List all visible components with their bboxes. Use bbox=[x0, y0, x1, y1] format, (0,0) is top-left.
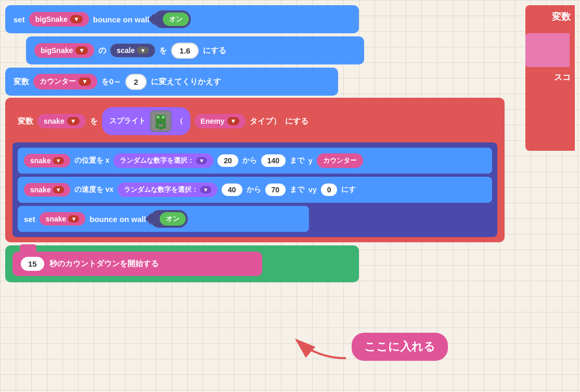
bigsnake-btn[interactable]: bigSnake ▼ bbox=[29, 12, 89, 27]
to-val-spd[interactable]: 70 bbox=[265, 184, 286, 196]
svg-rect-6 bbox=[163, 123, 166, 128]
snake-speed-dropdown[interactable]: ▼ bbox=[53, 186, 64, 193]
position-row: snake ▼ の位置を x ランダムな数字を選択： ▼ 20 から 140 ま… bbox=[18, 148, 492, 174]
green-outer-block: 15 秒のカウントダウンを開始する bbox=[5, 245, 359, 282]
snake-speed-btn[interactable]: snake ▼ bbox=[24, 183, 70, 197]
made-pos: まで bbox=[290, 156, 304, 165]
no-ichi-x: の位置を x bbox=[74, 156, 110, 165]
bigsnake-dropdown[interactable]: ▼ bbox=[70, 15, 83, 23]
arrow-annotation: ここに入れる bbox=[265, 330, 448, 363]
nisu-text: にす bbox=[341, 185, 356, 194]
speed-label: の速度を vx bbox=[74, 185, 113, 194]
snake-sprite-img bbox=[151, 112, 170, 130]
svg-rect-10 bbox=[158, 117, 159, 118]
enemy-btn[interactable]: Enemy ▼ bbox=[195, 114, 246, 128]
snake-set-btn[interactable]: snake ▼ bbox=[40, 212, 86, 226]
wo-inner: を bbox=[90, 116, 98, 126]
counter-value[interactable]: 2 bbox=[125, 74, 146, 90]
annotation-label: ここに入れる bbox=[352, 333, 448, 361]
wo-text: を bbox=[159, 46, 167, 56]
enemy-dropdown[interactable]: ▼ bbox=[227, 117, 240, 125]
snake-pos-btn[interactable]: snake ▼ bbox=[24, 154, 70, 167]
annotation-arrow bbox=[265, 330, 349, 363]
svg-rect-11 bbox=[163, 117, 164, 118]
counter-btn[interactable]: カウンター ▼ bbox=[33, 74, 97, 89]
toggle-on-snake-btn[interactable]: オン bbox=[160, 212, 186, 226]
countdown-label: 秒のカウントダウンを開始する bbox=[49, 259, 159, 269]
red-outer-block: 変数 snake ▼ を スプライト bbox=[5, 98, 505, 242]
kara-pos: から bbox=[242, 156, 257, 165]
svg-rect-4 bbox=[158, 120, 164, 124]
kara-spd: から bbox=[247, 185, 261, 194]
made-spd: まで bbox=[290, 185, 304, 194]
nisuru-inner: にする bbox=[285, 116, 308, 126]
paren-open: （ bbox=[176, 116, 183, 126]
wo-zero-text: を0～ bbox=[101, 77, 121, 87]
ni-kaete-text: に変えてくりかえす bbox=[151, 77, 221, 87]
vy-val[interactable]: 0 bbox=[321, 184, 338, 196]
svg-rect-7 bbox=[159, 126, 163, 129]
random-pos-btn[interactable]: ランダムな数字を選択： ▼ bbox=[113, 153, 213, 168]
random-pos-dropdown[interactable]: ▼ bbox=[196, 157, 207, 164]
sprite-block-container[interactable]: スプライト bbox=[102, 107, 190, 135]
toggle-on-btn[interactable]: オン bbox=[163, 12, 189, 26]
counter-pos-btn[interactable]: カウンター bbox=[317, 153, 363, 168]
from-val-pos[interactable]: 20 bbox=[217, 154, 238, 167]
bounce-on-wall-snake: bounce on wall bbox=[89, 215, 146, 224]
from-val-spd[interactable]: 40 bbox=[222, 184, 242, 196]
score-label: スコ bbox=[525, 72, 575, 83]
scale-dropdown-arrow[interactable]: ▼ bbox=[137, 47, 149, 54]
countdown-block: 15 秒のカウントダウンを開始する bbox=[12, 252, 262, 276]
toggle-on-container[interactable]: オン bbox=[153, 10, 191, 28]
bigsnake2-dropdown[interactable]: ▼ bbox=[75, 46, 88, 55]
right-panel: 変数 スコ bbox=[525, 5, 575, 151]
random-speed-dropdown[interactable]: ▼ bbox=[200, 186, 211, 193]
blue-inner-wrapper: snake ▼ の位置を x ランダムな数字を選択： ▼ 20 から 140 ま… bbox=[12, 142, 497, 237]
countdown-value[interactable]: 15 bbox=[21, 257, 44, 271]
hensu-label: 変数 bbox=[525, 5, 575, 28]
set-label: set bbox=[14, 15, 25, 24]
set-snake-label: set bbox=[24, 215, 35, 224]
hensu-label-3: 変数 bbox=[14, 77, 29, 87]
row1-block: set bigSnake ▼ bounce on wall オン bbox=[5, 5, 359, 33]
toggle-on-snake[interactable]: オン bbox=[150, 210, 188, 228]
set-snake-row: set snake ▼ bounce on wall オン bbox=[18, 206, 309, 232]
no-text: の bbox=[98, 46, 106, 56]
type-label: タイプ） bbox=[250, 116, 281, 126]
nisuru-text: にする bbox=[203, 46, 226, 56]
row2-block: bigSnake ▼ の scale ▼ を 1.6 にする bbox=[26, 36, 364, 64]
y-label: y bbox=[308, 156, 313, 165]
scale-value[interactable]: 1.6 bbox=[171, 43, 199, 59]
row3-block: 変数 カウンター ▼ を0～ 2 に変えてくりかえす bbox=[5, 68, 338, 96]
snake-pos-dropdown[interactable]: ▼ bbox=[53, 157, 64, 164]
to-val-pos[interactable]: 140 bbox=[261, 154, 286, 167]
vy-label: vy bbox=[308, 186, 317, 194]
snake-inner-btn[interactable]: snake ▼ bbox=[37, 114, 86, 128]
hensu-inner: 変数 bbox=[18, 116, 33, 126]
random-speed-btn[interactable]: ランダムな数字を選択： ▼ bbox=[118, 182, 217, 197]
snake-inner-dropdown[interactable]: ▼ bbox=[67, 117, 80, 125]
inner-red-row: 変数 snake ▼ を スプライト bbox=[12, 103, 497, 139]
counter-dropdown[interactable]: ▼ bbox=[79, 77, 91, 86]
right-panel-pink-block bbox=[525, 33, 570, 67]
sprite-icon bbox=[150, 110, 172, 132]
snake-set-dropdown[interactable]: ▼ bbox=[68, 215, 79, 223]
speed-row: snake ▼ の速度を vx ランダムな数字を選択： ▼ 40 から 70 ま… bbox=[18, 177, 492, 203]
scale-dropdown-btn[interactable]: scale ▼ bbox=[110, 44, 155, 57]
bigsnake2-btn[interactable]: bigSnake ▼ bbox=[34, 43, 94, 58]
svg-rect-5 bbox=[156, 123, 159, 128]
bounce-on-wall-text: bounce on wall bbox=[93, 15, 149, 24]
